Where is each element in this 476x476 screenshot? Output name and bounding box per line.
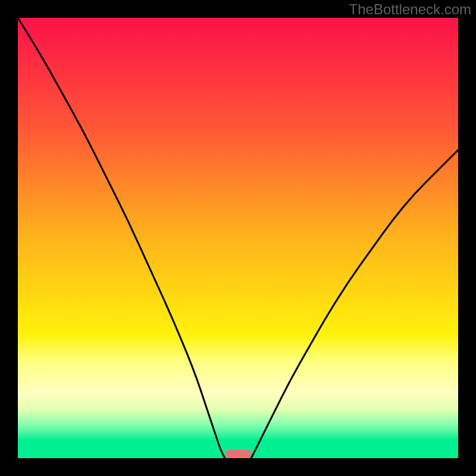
curve-svg [18,18,458,458]
watermark-text: TheBottleneck.com [349,1,471,18]
bottleneck-marker [225,450,251,458]
plot-area [18,18,458,458]
chart-container: TheBottleneck.com [0,0,476,476]
curve-left [18,18,225,458]
curve-right [251,150,458,458]
